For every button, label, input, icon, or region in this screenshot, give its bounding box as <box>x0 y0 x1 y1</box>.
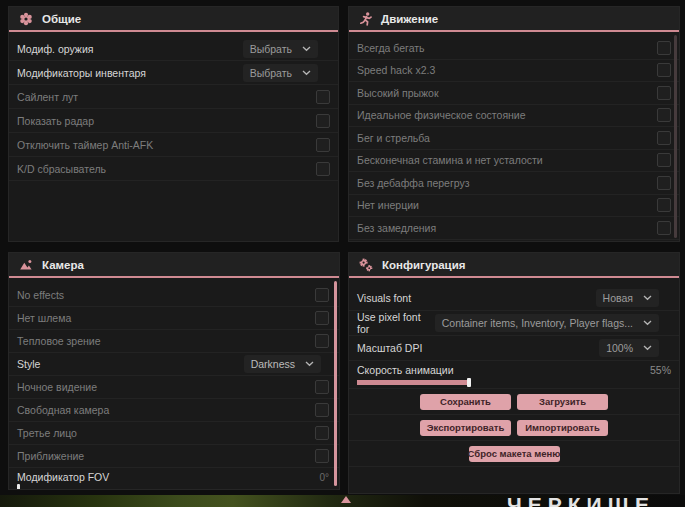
reset-menu-layout-button[interactable]: Сброс макета меню <box>469 446 560 462</box>
checkbox[interactable] <box>316 114 330 128</box>
panel-title: Движение <box>381 13 438 25</box>
setting-label: Скорость анимации <box>357 364 454 376</box>
checkbox[interactable] <box>315 311 329 325</box>
visuals-font-dropdown[interactable]: Новая <box>596 289 659 307</box>
checkbox[interactable] <box>657 41 671 55</box>
button-row: Сохранить Загрузить <box>349 389 679 415</box>
setting-label: Бег и стрельба <box>357 132 430 144</box>
setting-label: Нет шлема <box>17 312 71 324</box>
setting-label: Модификатор FOV <box>17 471 109 483</box>
setting-row[interactable]: Бег и стрельба <box>349 127 679 150</box>
animation-speed-slider[interactable] <box>357 380 671 385</box>
setting-row[interactable]: No effects <box>9 284 339 307</box>
setting-row[interactable]: Бесконечная стамина и нет усталости <box>349 150 679 173</box>
checkbox[interactable] <box>316 138 330 152</box>
panel-camera: Камера No effects Нет шлема Тепловое зре… <box>8 252 340 490</box>
chevron-down-icon <box>302 46 311 52</box>
weapon-mod-dropdown[interactable]: Выбрать <box>243 40 318 58</box>
setting-label: Модиф. оружия <box>17 43 93 55</box>
setting-row[interactable]: Отключить таймер Anti-AFK <box>9 133 338 157</box>
checkbox[interactable] <box>315 288 329 302</box>
panel-title: Общие <box>42 13 81 25</box>
setting-row: Модиф. оружия Выбрать <box>9 37 338 61</box>
panel-config-header[interactable]: Конфигурация <box>349 253 679 278</box>
setting-row[interactable]: Третье лицо <box>9 422 339 445</box>
setting-label: Отключить таймер Anti-AFK <box>17 139 153 151</box>
slider-handle[interactable] <box>467 378 471 387</box>
checkbox[interactable] <box>315 449 329 463</box>
panel-movement: Движение Всегда бегать Speed hack x2.3 В… <box>348 6 680 242</box>
setting-row: Модификаторы инвентаря Выбрать <box>9 61 338 85</box>
setting-label: Без дебаффа перегруз <box>357 177 470 189</box>
fov-slider-handle[interactable] <box>17 484 20 490</box>
setting-row[interactable]: Сайлент лут <box>9 85 338 109</box>
fov-value: 0° <box>319 472 329 483</box>
runner-icon <box>359 12 372 26</box>
checkbox[interactable] <box>657 63 671 77</box>
setting-row[interactable]: K/D сбрасыватель <box>9 157 338 181</box>
setting-label: Use pixel font for <box>357 311 435 335</box>
pixel-font-dropdown[interactable]: Container items, Inventory, Player flags… <box>435 314 659 332</box>
panel-title: Конфигурация <box>382 259 465 271</box>
setting-row[interactable]: Показать радар <box>9 109 338 133</box>
checkbox[interactable] <box>657 198 671 212</box>
setting-label: Показать радар <box>17 115 94 127</box>
scrollbar[interactable] <box>674 35 677 238</box>
dpi-scale-dropdown[interactable]: 100% <box>599 339 659 357</box>
setting-label: Speed hack x2.3 <box>357 64 435 76</box>
fov-slider[interactable] <box>17 484 329 490</box>
save-button[interactable]: Сохранить <box>420 394 511 410</box>
panel-title: Камера <box>42 259 84 271</box>
panel-general-header[interactable]: Общие <box>9 7 338 32</box>
setting-row: Масштаб DPI 100% <box>349 336 679 361</box>
checkbox[interactable] <box>316 90 330 104</box>
chevron-down-icon <box>643 320 652 326</box>
setting-label: K/D сбрасыватель <box>17 163 106 175</box>
panel-general: Общие Модиф. оружия Выбрать Модификаторы… <box>8 6 339 242</box>
panel-movement-header[interactable]: Движение <box>349 7 679 32</box>
setting-row[interactable]: Свободная камера <box>9 399 339 422</box>
setting-label: Масштаб DPI <box>357 342 422 354</box>
setting-row[interactable]: Приближение <box>9 445 339 468</box>
setting-label: Всегда бегать <box>357 42 425 54</box>
animation-speed-row: Скорость анимации 55% <box>349 361 679 389</box>
setting-row[interactable]: Ночное видение <box>9 376 339 399</box>
setting-label: Style <box>17 358 40 370</box>
setting-row[interactable]: Нет шлема <box>9 307 339 330</box>
export-button[interactable]: Экспортировать <box>420 420 511 436</box>
style-dropdown[interactable]: Darkness <box>244 355 321 373</box>
resize-triangle-icon[interactable] <box>341 496 351 503</box>
setting-row[interactable]: Без дебаффа перегруз <box>349 172 679 195</box>
checkbox[interactable] <box>657 176 671 190</box>
checkbox[interactable] <box>657 153 671 167</box>
setting-label: Бесконечная стамина и нет усталости <box>357 154 543 166</box>
checkbox[interactable] <box>315 334 329 348</box>
setting-row[interactable]: Всегда бегать <box>349 37 679 60</box>
image-icon <box>19 258 33 272</box>
scrollbar[interactable] <box>334 281 337 486</box>
checkbox[interactable] <box>657 131 671 145</box>
checkbox[interactable] <box>657 108 671 122</box>
checkbox[interactable] <box>657 86 671 100</box>
checkbox[interactable] <box>315 380 329 394</box>
checkbox[interactable] <box>316 162 330 176</box>
setting-row: Use pixel font for Container items, Inve… <box>349 311 679 336</box>
setting-label: Без замедления <box>357 222 436 234</box>
setting-row[interactable]: Высокий прыжок <box>349 82 679 105</box>
checkbox[interactable] <box>657 221 671 235</box>
setting-row[interactable]: Без замедления <box>349 217 679 240</box>
setting-row[interactable]: Тепловое зрение <box>9 330 339 353</box>
setting-row[interactable]: Идеальное физическое состояние <box>349 105 679 128</box>
load-button[interactable]: Загрузить <box>517 394 608 410</box>
animation-speed-value: 55% <box>650 364 671 376</box>
import-button[interactable]: Импортировать <box>517 420 608 436</box>
inventory-mods-dropdown[interactable]: Выбрать <box>243 64 318 82</box>
setting-row[interactable]: Нет инерции <box>349 195 679 218</box>
checkbox[interactable] <box>315 403 329 417</box>
setting-label: Ночное видение <box>17 381 97 393</box>
checkbox[interactable] <box>315 426 329 440</box>
fov-slider-row: Модификатор FOV 0° <box>9 468 339 490</box>
panel-camera-header[interactable]: Камера <box>9 253 339 278</box>
setting-label: Visuals font <box>357 292 411 304</box>
setting-row[interactable]: Speed hack x2.3 <box>349 60 679 83</box>
